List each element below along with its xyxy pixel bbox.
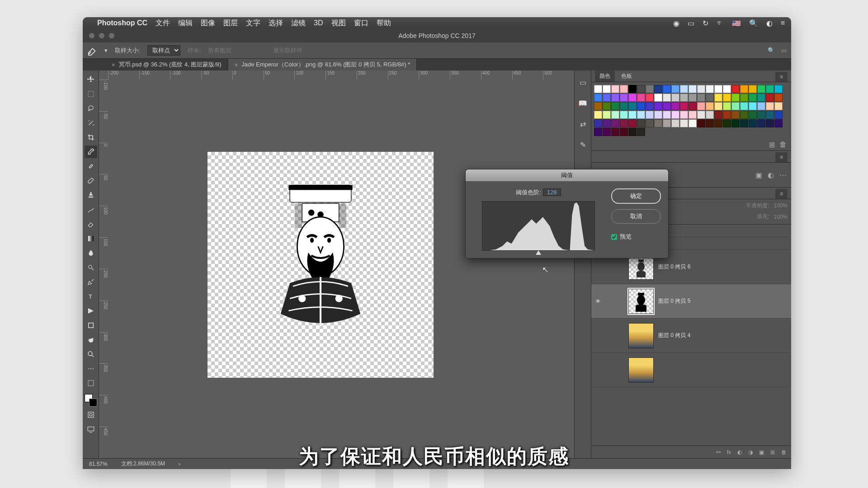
swatch[interactable]: [714, 94, 722, 102]
menu-view[interactable]: 视图: [331, 19, 346, 28]
swatch[interactable]: [740, 111, 748, 119]
swatch[interactable]: [637, 102, 645, 110]
mask-icon[interactable]: ◐: [768, 171, 774, 179]
layer-thumb-extra[interactable]: [628, 357, 654, 383]
swatch[interactable]: [766, 94, 774, 102]
swatch[interactable]: [706, 111, 714, 119]
swatch[interactable]: [671, 102, 679, 110]
swatch[interactable]: [594, 128, 602, 136]
menu-help[interactable]: 帮助: [377, 19, 391, 28]
crop-tool[interactable]: [85, 131, 97, 144]
swatch[interactable]: [723, 111, 731, 119]
swatch[interactable]: [611, 128, 619, 136]
swatch[interactable]: [723, 94, 731, 102]
swatch[interactable]: [680, 102, 688, 110]
preview-checkbox-input[interactable]: [611, 234, 617, 240]
swatch[interactable]: [714, 119, 722, 127]
gradient-tool[interactable]: [85, 232, 97, 245]
swatch[interactable]: [620, 111, 628, 119]
delete-swatch-icon[interactable]: 🗑: [779, 141, 787, 149]
tab-swatches[interactable]: 色板: [617, 70, 637, 82]
swatch[interactable]: [697, 85, 705, 93]
spotlight-icon[interactable]: 🔍: [749, 19, 758, 28]
swatch[interactable]: [637, 94, 645, 102]
rec-icon[interactable]: ◉: [673, 19, 679, 28]
swatch[interactable]: [620, 94, 628, 102]
preview-checkbox[interactable]: 预览: [611, 233, 661, 241]
swatch[interactable]: [663, 111, 671, 119]
swatch-grid[interactable]: [591, 82, 791, 139]
swatch[interactable]: [663, 119, 671, 127]
swatch[interactable]: [680, 111, 688, 119]
menu-image[interactable]: 图像: [201, 19, 215, 28]
swatch[interactable]: [637, 128, 645, 136]
swatch[interactable]: [628, 111, 637, 119]
swatch[interactable]: [774, 111, 783, 119]
swatch[interactable]: [706, 119, 714, 127]
tab-color[interactable]: 颜色: [595, 70, 615, 82]
layers-menu-icon[interactable]: ≡: [775, 189, 788, 199]
swatch[interactable]: [723, 119, 731, 127]
swatch[interactable]: [757, 85, 765, 93]
dialog-title[interactable]: 阈值: [466, 169, 668, 181]
threshold-dialog[interactable]: 阈值 阈值色阶: 确定 取消 预览: [465, 169, 669, 258]
menu-layer[interactable]: 图层: [223, 19, 238, 28]
swatch[interactable]: [757, 94, 765, 102]
doc-info[interactable]: 文档:2.86M/30.5M: [121, 460, 165, 468]
swatch[interactable]: [620, 102, 628, 110]
swatch[interactable]: [689, 94, 697, 102]
swatch[interactable]: [731, 94, 740, 102]
type-tool[interactable]: T: [85, 290, 97, 303]
swatch[interactable]: [594, 102, 602, 110]
hand-tool[interactable]: [85, 333, 97, 346]
swatch[interactable]: [689, 85, 697, 93]
menu-type[interactable]: 文字: [246, 19, 260, 28]
swatch[interactable]: [714, 85, 722, 93]
dots-icon[interactable]: ⋯: [779, 171, 787, 179]
menu-3d[interactable]: 3D: [314, 19, 323, 27]
stamp-tool[interactable]: [85, 189, 97, 202]
swatch[interactable]: [611, 119, 619, 127]
eyedropper-tool[interactable]: [85, 145, 97, 158]
swatch[interactable]: [680, 119, 688, 127]
swatch[interactable]: [663, 94, 671, 102]
new-layer-icon[interactable]: ⊞: [770, 449, 775, 455]
wifi-icon[interactable]: ᯤ: [717, 19, 724, 27]
swatch[interactable]: [706, 102, 714, 110]
eraser-tool[interactable]: [85, 218, 97, 230]
canvas[interactable]: [208, 152, 434, 378]
swatch[interactable]: [654, 119, 662, 127]
swatch[interactable]: [611, 94, 619, 102]
swatch[interactable]: [689, 102, 697, 110]
heal-tool[interactable]: [85, 160, 97, 173]
swatch[interactable]: [689, 111, 697, 119]
para-icon[interactable]: ⇄: [577, 118, 588, 129]
move-tool[interactable]: [85, 73, 97, 86]
swatch[interactable]: [654, 94, 662, 102]
brush-icon[interactable]: ✎: [577, 139, 588, 150]
marquee-tool[interactable]: [85, 88, 97, 100]
sample-size-select[interactable]: 取样点: [147, 45, 180, 56]
swatch[interactable]: [706, 94, 714, 102]
char-icon[interactable]: 📖: [577, 98, 588, 108]
swatch[interactable]: [663, 85, 671, 93]
swatch[interactable]: [620, 85, 628, 93]
brush-tool[interactable]: [85, 174, 97, 187]
history-icon[interactable]: ▭: [577, 77, 588, 88]
menu-select[interactable]: 选择: [269, 19, 283, 28]
swatch[interactable]: [731, 111, 740, 119]
swatch[interactable]: [766, 111, 774, 119]
swatch[interactable]: [757, 111, 765, 119]
swatch[interactable]: [620, 119, 628, 127]
tab-2[interactable]: × Jade Emperor（Color）.png @ 81.6% (图层 0 …: [228, 59, 417, 70]
new-swatch-icon[interactable]: ⊞: [769, 141, 775, 149]
swatch[interactable]: [603, 102, 611, 110]
threshold-input[interactable]: [543, 188, 561, 196]
path-tool[interactable]: [85, 305, 97, 317]
swatch[interactable]: [749, 85, 757, 93]
swatch[interactable]: [671, 119, 679, 127]
tab-2-close[interactable]: ×: [235, 61, 238, 68]
swatch[interactable]: [628, 128, 637, 136]
swatch[interactable]: [611, 111, 619, 119]
swatch[interactable]: [740, 119, 748, 127]
